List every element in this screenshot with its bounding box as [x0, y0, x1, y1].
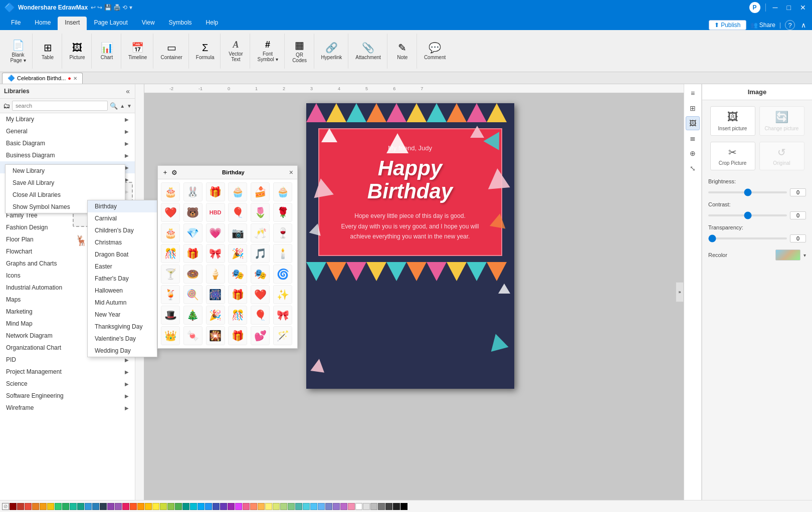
submenu-fathers-day[interactable]: Father's Day [88, 273, 157, 285]
save-all-library-item[interactable]: Save All Library [6, 177, 125, 189]
birthday-card[interactable]: My friend, Judy Happy Birthday Hope ever… [306, 103, 514, 389]
symbol-hat[interactable]: 🎩 [161, 306, 180, 325]
tab-symbols[interactable]: Symbols [162, 17, 199, 30]
color-swatch-45[interactable] [348, 503, 355, 510]
color-swatch-black[interactable] [400, 503, 408, 510]
scroll-down-button[interactable]: ▼ [127, 103, 132, 109]
attachment-button[interactable]: 📎 Attachment [352, 40, 384, 62]
color-swatch-43[interactable] [333, 503, 340, 510]
symbol-bear[interactable]: 🐻 [183, 203, 202, 222]
symbol-gift[interactable]: 🎁 [206, 182, 225, 201]
symbols-settings-button[interactable]: ⚙ [171, 168, 177, 177]
comment-button[interactable]: 💬 Comment [421, 40, 449, 62]
color-swatch-16[interactable] [130, 503, 137, 510]
color-swatch-9[interactable] [77, 503, 84, 510]
close-all-libraries-item[interactable]: Close All Libraries [6, 189, 125, 201]
color-swatch-18[interactable] [145, 503, 152, 510]
symbol-lollipop[interactable]: 🍭 [183, 285, 202, 304]
symbol-box[interactable]: 🎁 [228, 326, 247, 345]
formula-button[interactable]: Σ Formula [193, 40, 218, 62]
publish-button[interactable]: ⬆ Publish [709, 20, 746, 30]
color-swatch-23[interactable] [182, 503, 189, 510]
hyperlink-button[interactable]: 🔗 Hyperlink [318, 40, 345, 62]
transparency-slider[interactable] [708, 237, 787, 239]
symbol-balloon[interactable]: 🎈 [228, 203, 247, 222]
color-swatch-36[interactable] [280, 503, 287, 510]
symbol-star[interactable]: ✨ [273, 285, 292, 304]
color-swatch-41[interactable] [318, 503, 325, 510]
symbol-hbd[interactable]: HBD [206, 203, 225, 222]
symbol-cupcake2[interactable]: 🧁 [273, 182, 292, 201]
icon-bar-grid[interactable]: ⊞ [686, 101, 700, 115]
color-swatch-14[interactable] [115, 503, 122, 510]
color-swatch-2[interactable] [25, 503, 32, 510]
submenu-mid-autumn[interactable]: Mid Autumn [88, 297, 157, 309]
symbol-champagne[interactable]: 🥂 [251, 223, 270, 242]
color-swatch-8[interactable] [70, 503, 77, 510]
minimize-button[interactable]: ─ [771, 4, 780, 12]
vector-text-button[interactable]: A VectorText [225, 38, 247, 65]
submenu-dragon-boat[interactable]: Dragon Boat [88, 248, 157, 261]
font-symbol-button[interactable]: # FontSymbol ▾ [254, 38, 281, 65]
color-swatch-15[interactable] [122, 503, 129, 510]
color-swatch-38[interactable] [295, 503, 302, 510]
color-swatch-33[interactable] [258, 503, 265, 510]
color-swatch-1[interactable] [17, 503, 24, 510]
blank-page-button[interactable]: 📄 BlankPage ▾ [7, 37, 29, 65]
symbol-balloon2[interactable]: 🎀 [206, 244, 225, 263]
symbol-tulip[interactable]: 🌷 [251, 203, 270, 222]
tab-help[interactable]: Help [199, 17, 226, 30]
submenu-new-year[interactable]: New Year [88, 309, 157, 321]
symbol-firework[interactable]: 🎆 [206, 285, 225, 304]
menu-item-general[interactable]: General ▶ [0, 125, 135, 137]
note-button[interactable]: ✎ Note [391, 40, 414, 62]
brightness-slider[interactable] [708, 191, 787, 193]
tab-file[interactable]: File [4, 17, 28, 30]
color-swatch-0[interactable] [10, 503, 17, 510]
color-swatch-20[interactable] [160, 503, 167, 510]
symbol-bunting[interactable]: 🎉 [228, 244, 247, 263]
symbols-close-button[interactable]: × [289, 168, 293, 176]
symbol-heart2[interactable]: 💗 [206, 223, 225, 242]
symbol-sparkler[interactable]: 🎇 [206, 326, 225, 345]
symbol-confetti[interactable]: 🎊 [161, 244, 180, 263]
color-swatch-darker[interactable] [385, 503, 392, 510]
symbol-bunny[interactable]: 🐰 [183, 182, 202, 201]
submenu-easter[interactable]: Easter [88, 261, 157, 273]
submenu-wedding-day[interactable]: Wedding Day [88, 345, 157, 357]
symbol-icecream[interactable]: 🍦 [206, 265, 225, 284]
color-swatch-white[interactable] [355, 503, 362, 510]
color-swatch-35[interactable] [273, 503, 280, 510]
symbol-cake[interactable]: 🎂 [161, 182, 180, 201]
symbol-cupcake[interactable]: 🧁 [228, 182, 247, 201]
color-swatch-34[interactable] [265, 503, 272, 510]
symbol-cocktail[interactable]: 🍸 [161, 265, 180, 284]
symbol-mask[interactable]: 🎭 [228, 265, 247, 284]
color-swatch-11[interactable] [92, 503, 99, 510]
color-swatch-7[interactable] [62, 503, 69, 510]
symbol-cake3[interactable]: 🎂 [161, 223, 180, 242]
color-swatch-gray[interactable] [370, 503, 377, 510]
icon-bar-resize[interactable]: ⤡ [686, 161, 700, 175]
color-swatch-42[interactable] [325, 503, 332, 510]
submenu-childrens-day[interactable]: Children's Day [88, 224, 157, 236]
help-button[interactable]: ? [785, 20, 795, 30]
user-avatar[interactable]: P [749, 2, 760, 13]
menu-item-my-library[interactable]: My Library ▶ [0, 113, 135, 125]
maximize-button[interactable]: □ [785, 4, 793, 12]
symbol-crown[interactable]: 👑 [161, 326, 180, 345]
icon-bar-crop[interactable]: ⊕ [686, 146, 700, 160]
symbol-present[interactable]: 🎁 [183, 244, 202, 263]
symbol-candle[interactable]: 🕯️ [273, 244, 292, 263]
submenu-birthday[interactable]: Birthday [88, 200, 157, 212]
color-swatch-17[interactable] [137, 503, 144, 510]
color-swatch-dk-gray[interactable] [378, 503, 385, 510]
expand-panel-button[interactable]: » [676, 282, 684, 302]
picture-button[interactable]: 🖼 Picture [66, 40, 88, 62]
tab-insert[interactable]: Insert [58, 17, 87, 30]
original-button[interactable]: ↺ Original [759, 142, 804, 170]
symbol-partyhat2[interactable]: 🎊 [228, 306, 247, 325]
menu-item-software-engineering[interactable]: Software Engineering ▶ [0, 390, 135, 402]
color-swatch-21[interactable] [167, 503, 174, 510]
symbol-camera[interactable]: 📷 [228, 223, 247, 242]
